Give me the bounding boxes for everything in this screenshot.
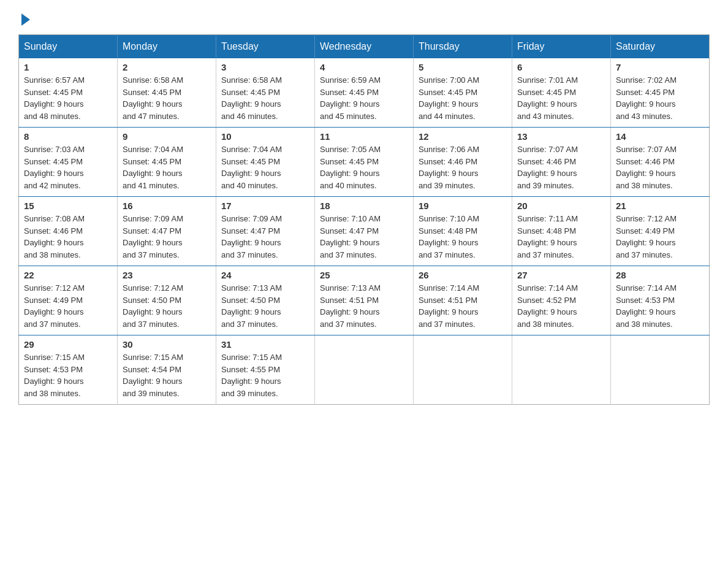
day-number: 31 <box>221 339 309 350</box>
calendar-cell: 13 Sunrise: 7:07 AM Sunset: 4:46 PM Dayl… <box>512 128 611 197</box>
calendar-header-thursday: Thursday <box>414 35 512 59</box>
calendar-cell: 27 Sunrise: 7:14 AM Sunset: 4:52 PM Dayl… <box>512 266 611 335</box>
day-info: Sunrise: 7:15 AM Sunset: 4:55 PM Dayligh… <box>221 351 309 399</box>
calendar-cell: 25 Sunrise: 7:13 AM Sunset: 4:51 PM Dayl… <box>315 266 414 335</box>
day-info: Sunrise: 7:08 AM Sunset: 4:46 PM Dayligh… <box>24 213 112 261</box>
calendar-cell: 26 Sunrise: 7:14 AM Sunset: 4:51 PM Dayl… <box>414 266 512 335</box>
calendar-cell: 21 Sunrise: 7:12 AM Sunset: 4:49 PM Dayl… <box>611 197 710 266</box>
day-info: Sunrise: 7:09 AM Sunset: 4:47 PM Dayligh… <box>123 213 211 261</box>
calendar-cell: 12 Sunrise: 7:06 AM Sunset: 4:46 PM Dayl… <box>414 128 512 197</box>
day-info: Sunrise: 7:07 AM Sunset: 4:46 PM Dayligh… <box>517 144 605 191</box>
day-number: 2 <box>123 62 211 72</box>
calendar-cell: 14 Sunrise: 7:07 AM Sunset: 4:46 PM Dayl… <box>611 128 710 197</box>
calendar-cell: 8 Sunrise: 7:03 AM Sunset: 4:45 PM Dayli… <box>19 128 118 197</box>
calendar-header-row: SundayMondayTuesdayWednesdayThursdayFrid… <box>19 35 710 59</box>
day-number: 10 <box>221 131 309 142</box>
day-number: 5 <box>419 62 507 72</box>
day-info: Sunrise: 6:58 AM Sunset: 4:45 PM Dayligh… <box>123 74 211 122</box>
calendar-cell: 3 Sunrise: 6:58 AM Sunset: 4:45 PM Dayli… <box>216 58 315 128</box>
calendar-cell: 23 Sunrise: 7:12 AM Sunset: 4:50 PM Dayl… <box>118 266 216 335</box>
day-number: 13 <box>517 131 605 142</box>
day-info: Sunrise: 7:13 AM Sunset: 4:51 PM Dayligh… <box>320 282 408 330</box>
calendar-cell: 1 Sunrise: 6:57 AM Sunset: 4:45 PM Dayli… <box>19 58 118 128</box>
calendar-cell: 30 Sunrise: 7:15 AM Sunset: 4:54 PM Dayl… <box>118 335 216 405</box>
day-info: Sunrise: 7:12 AM Sunset: 4:49 PM Dayligh… <box>24 282 112 330</box>
calendar-cell: 19 Sunrise: 7:10 AM Sunset: 4:48 PM Dayl… <box>414 197 512 266</box>
day-number: 20 <box>517 201 605 211</box>
day-info: Sunrise: 7:13 AM Sunset: 4:50 PM Dayligh… <box>221 282 309 330</box>
day-number: 21 <box>616 201 704 211</box>
day-number: 1 <box>24 62 112 72</box>
day-number: 24 <box>221 270 309 280</box>
calendar-cell: 31 Sunrise: 7:15 AM Sunset: 4:55 PM Dayl… <box>216 335 315 405</box>
day-number: 17 <box>221 201 309 211</box>
day-number: 26 <box>419 270 507 280</box>
day-number: 25 <box>320 270 408 280</box>
calendar-cell: 28 Sunrise: 7:14 AM Sunset: 4:53 PM Dayl… <box>611 266 710 335</box>
calendar-cell: 20 Sunrise: 7:11 AM Sunset: 4:48 PM Dayl… <box>512 197 611 266</box>
calendar-header-tuesday: Tuesday <box>216 35 315 59</box>
day-number: 16 <box>123 201 211 211</box>
calendar-cell: 9 Sunrise: 7:04 AM Sunset: 4:45 PM Dayli… <box>118 128 216 197</box>
calendar-week-row: 1 Sunrise: 6:57 AM Sunset: 4:45 PM Dayli… <box>19 58 710 128</box>
day-info: Sunrise: 7:12 AM Sunset: 4:49 PM Dayligh… <box>616 213 704 261</box>
day-info: Sunrise: 7:00 AM Sunset: 4:45 PM Dayligh… <box>419 74 507 122</box>
day-info: Sunrise: 7:15 AM Sunset: 4:53 PM Dayligh… <box>24 351 112 399</box>
calendar-cell: 2 Sunrise: 6:58 AM Sunset: 4:45 PM Dayli… <box>118 58 216 128</box>
day-info: Sunrise: 6:57 AM Sunset: 4:45 PM Dayligh… <box>24 74 112 122</box>
calendar-header-monday: Monday <box>118 35 216 59</box>
day-number: 29 <box>24 339 112 350</box>
day-info: Sunrise: 7:07 AM Sunset: 4:46 PM Dayligh… <box>616 144 704 191</box>
calendar-cell: 29 Sunrise: 7:15 AM Sunset: 4:53 PM Dayl… <box>19 335 118 405</box>
page-header <box>18 12 710 23</box>
day-info: Sunrise: 7:10 AM Sunset: 4:47 PM Dayligh… <box>320 213 408 261</box>
calendar-week-row: 22 Sunrise: 7:12 AM Sunset: 4:49 PM Dayl… <box>19 266 710 335</box>
calendar-cell <box>512 335 611 405</box>
calendar-cell: 6 Sunrise: 7:01 AM Sunset: 4:45 PM Dayli… <box>512 58 611 128</box>
day-info: Sunrise: 7:09 AM Sunset: 4:47 PM Dayligh… <box>221 213 309 261</box>
calendar-cell: 16 Sunrise: 7:09 AM Sunset: 4:47 PM Dayl… <box>118 197 216 266</box>
day-number: 3 <box>221 62 309 72</box>
day-info: Sunrise: 7:15 AM Sunset: 4:54 PM Dayligh… <box>123 351 211 399</box>
day-number: 18 <box>320 201 408 211</box>
day-number: 23 <box>123 270 211 280</box>
day-number: 7 <box>616 62 704 72</box>
calendar-cell <box>414 335 512 405</box>
calendar-cell: 10 Sunrise: 7:04 AM Sunset: 4:45 PM Dayl… <box>216 128 315 197</box>
calendar-week-row: 15 Sunrise: 7:08 AM Sunset: 4:46 PM Dayl… <box>19 197 710 266</box>
day-number: 14 <box>616 131 704 142</box>
day-info: Sunrise: 7:01 AM Sunset: 4:45 PM Dayligh… <box>517 74 605 122</box>
calendar-table: SundayMondayTuesdayWednesdayThursdayFrid… <box>18 34 710 405</box>
day-number: 8 <box>24 131 112 142</box>
day-number: 12 <box>419 131 507 142</box>
logo-arrow-icon <box>21 13 30 26</box>
calendar-cell: 4 Sunrise: 6:59 AM Sunset: 4:45 PM Dayli… <box>315 58 414 128</box>
day-number: 9 <box>123 131 211 142</box>
day-info: Sunrise: 7:14 AM Sunset: 4:52 PM Dayligh… <box>517 282 605 330</box>
day-number: 22 <box>24 270 112 280</box>
day-info: Sunrise: 7:05 AM Sunset: 4:45 PM Dayligh… <box>320 144 408 191</box>
day-number: 6 <box>517 62 605 72</box>
calendar-cell: 15 Sunrise: 7:08 AM Sunset: 4:46 PM Dayl… <box>19 197 118 266</box>
day-info: Sunrise: 7:14 AM Sunset: 4:51 PM Dayligh… <box>419 282 507 330</box>
calendar-cell: 11 Sunrise: 7:05 AM Sunset: 4:45 PM Dayl… <box>315 128 414 197</box>
calendar-cell: 18 Sunrise: 7:10 AM Sunset: 4:47 PM Dayl… <box>315 197 414 266</box>
calendar-cell: 5 Sunrise: 7:00 AM Sunset: 4:45 PM Dayli… <box>414 58 512 128</box>
logo <box>18 12 30 23</box>
calendar-header-sunday: Sunday <box>19 35 118 59</box>
day-info: Sunrise: 7:14 AM Sunset: 4:53 PM Dayligh… <box>616 282 704 330</box>
day-info: Sunrise: 6:59 AM Sunset: 4:45 PM Dayligh… <box>320 74 408 122</box>
day-number: 30 <box>123 339 211 350</box>
day-number: 28 <box>616 270 704 280</box>
day-number: 27 <box>517 270 605 280</box>
day-info: Sunrise: 7:04 AM Sunset: 4:45 PM Dayligh… <box>221 144 309 191</box>
calendar-cell: 7 Sunrise: 7:02 AM Sunset: 4:45 PM Dayli… <box>611 58 710 128</box>
day-info: Sunrise: 7:12 AM Sunset: 4:50 PM Dayligh… <box>123 282 211 330</box>
day-info: Sunrise: 7:11 AM Sunset: 4:48 PM Dayligh… <box>517 213 605 261</box>
day-info: Sunrise: 7:10 AM Sunset: 4:48 PM Dayligh… <box>419 213 507 261</box>
calendar-week-row: 8 Sunrise: 7:03 AM Sunset: 4:45 PM Dayli… <box>19 128 710 197</box>
day-info: Sunrise: 7:03 AM Sunset: 4:45 PM Dayligh… <box>24 144 112 191</box>
calendar-cell <box>315 335 414 405</box>
day-info: Sunrise: 6:58 AM Sunset: 4:45 PM Dayligh… <box>221 74 309 122</box>
day-number: 11 <box>320 131 408 142</box>
